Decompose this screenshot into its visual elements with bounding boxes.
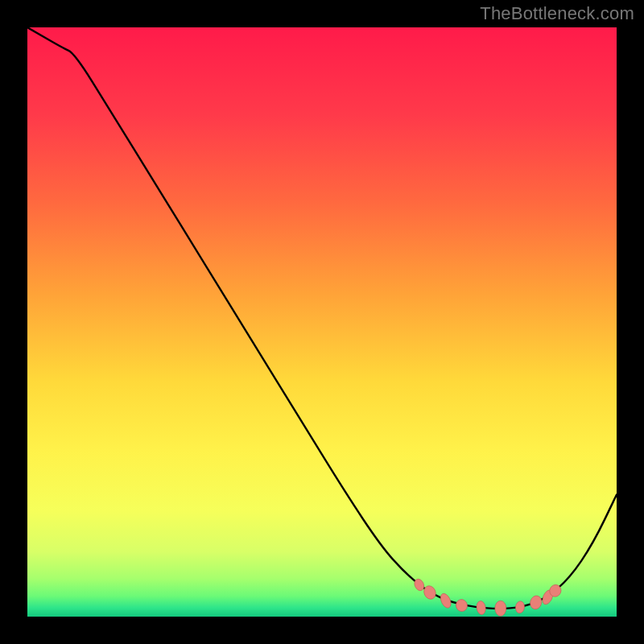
plot-area (27, 27, 617, 617)
curve-marker (495, 601, 506, 616)
chart-svg (27, 27, 617, 617)
heat-rect (27, 27, 617, 617)
chart-frame: TheBottleneck.com (0, 0, 644, 644)
attribution-label: TheBottleneck.com (480, 3, 634, 24)
